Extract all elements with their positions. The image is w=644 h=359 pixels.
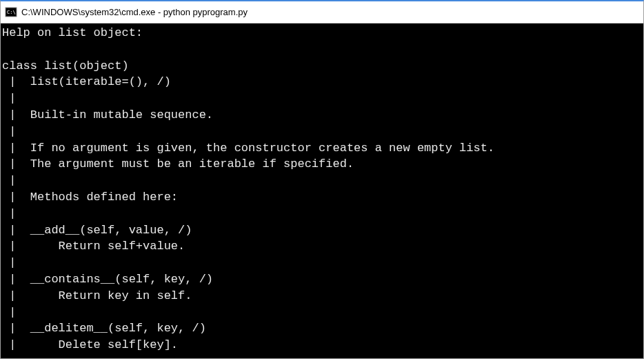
- cmd-icon: C:\: [5, 6, 17, 19]
- svg-text:C:\: C:\: [7, 10, 16, 15]
- titlebar[interactable]: C:\ C:\WINDOWS\system32\cmd.exe - python…: [1, 1, 643, 23]
- cmd-window: C:\ C:\WINDOWS\system32\cmd.exe - python…: [0, 0, 644, 359]
- window-title: C:\WINDOWS\system32\cmd.exe - python pyp…: [21, 7, 248, 17]
- terminal-output[interactable]: Help on list object: class list(object) …: [1, 23, 643, 358]
